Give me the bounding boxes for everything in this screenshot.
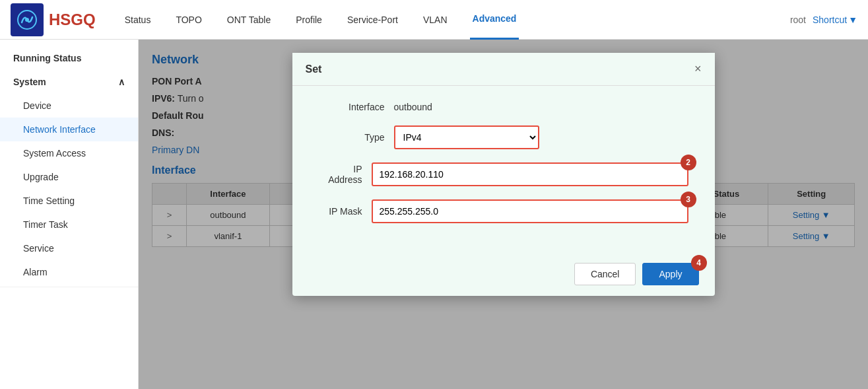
nav-service-port[interactable]: Service-Port: [345, 0, 401, 40]
type-field-label: Type: [319, 132, 385, 143]
chevron-up-icon: ∧: [118, 77, 125, 87]
content-area: Network PON Port A IPV6: Turn o Default …: [139, 40, 868, 389]
nav-user: root: [790, 15, 806, 25]
logo-text: HSGQ: [49, 11, 96, 29]
set-modal: Set × ForciSP Interface outbound Type: [292, 53, 715, 296]
logo-icon: [11, 3, 44, 36]
sidebar: Running Status System ∧ Device Network I…: [0, 40, 139, 389]
nav-advanced[interactable]: Advanced: [470, 0, 519, 40]
type-select[interactable]: IPv4 IPv6: [394, 125, 539, 149]
ip-address-label: IP Address: [319, 164, 362, 185]
sidebar-item-system[interactable]: System ∧: [0, 70, 138, 94]
sidebar-item-system-access[interactable]: System Access: [0, 141, 138, 165]
type-field-wrapper: IPv4 IPv6 1: [394, 125, 539, 149]
apply-btn-wrapper: Apply 4: [642, 263, 698, 285]
modal-close-button[interactable]: ×: [694, 62, 702, 76]
top-nav: HSGQ Status TOPO ONT Table Profile Servi…: [0, 0, 868, 40]
step-badge-3: 3: [681, 192, 696, 207]
modal-overlay: Set × ForciSP Interface outbound Type: [139, 40, 868, 389]
ip-mask-row: IP Mask 3: [319, 199, 688, 223]
apply-button[interactable]: Apply: [642, 263, 698, 285]
type-row: Type IPv4 IPv6 1: [319, 125, 688, 149]
sidebar-item-time-setting[interactable]: Time Setting: [0, 189, 138, 213]
nav-status[interactable]: Status: [122, 0, 154, 40]
chevron-down-icon: ▼: [848, 15, 857, 25]
sidebar-item-upgrade[interactable]: Upgrade: [0, 165, 138, 189]
cancel-button[interactable]: Cancel: [574, 263, 636, 285]
nav-shortcut[interactable]: Shortcut ▼: [813, 15, 857, 25]
sidebar-item-timer-task[interactable]: Timer Task: [0, 213, 138, 236]
modal-body: ForciSP Interface outbound Type IPv4 IPv…: [292, 86, 715, 252]
sidebar-item-alarm[interactable]: Alarm: [0, 260, 138, 284]
ip-address-wrapper: 2: [372, 162, 688, 186]
nav-items: Status TOPO ONT Table Profile Service-Po…: [122, 0, 790, 40]
sidebar-item-network-interface[interactable]: Network Interface: [0, 118, 138, 141]
sidebar-item-running-status[interactable]: Running Status: [0, 46, 138, 70]
ip-mask-label: IP Mask: [319, 206, 362, 217]
nav-ont-table[interactable]: ONT Table: [224, 0, 273, 40]
step-badge-4: 4: [691, 255, 707, 271]
interface-row: Interface outbound: [319, 102, 688, 112]
interface-field-value: outbound: [394, 102, 432, 112]
nav-right: root Shortcut ▼: [790, 15, 857, 25]
svg-point-1: [25, 18, 29, 22]
ip-address-input[interactable]: [372, 162, 688, 186]
ip-address-row: IP Address 2: [319, 162, 688, 186]
ip-mask-input[interactable]: [372, 199, 688, 223]
sidebar-item-service[interactable]: Service: [0, 236, 138, 260]
nav-profile[interactable]: Profile: [293, 0, 325, 40]
step-badge-2: 2: [681, 155, 696, 170]
interface-field-label: Interface: [319, 102, 385, 112]
main-layout: Running Status System ∧ Device Network I…: [0, 40, 868, 389]
modal-header: Set ×: [292, 53, 715, 86]
logo-area: HSGQ: [11, 3, 96, 36]
modal-title: Set: [306, 63, 322, 75]
modal-footer: Cancel Apply 4: [292, 252, 715, 296]
nav-topo[interactable]: TOPO: [173, 0, 204, 40]
nav-vlan[interactable]: VLAN: [420, 0, 450, 40]
ip-mask-wrapper: 3: [372, 199, 688, 223]
sidebar-item-device[interactable]: Device: [0, 94, 138, 118]
apply-btn-wrapper: Cancel: [574, 263, 636, 285]
